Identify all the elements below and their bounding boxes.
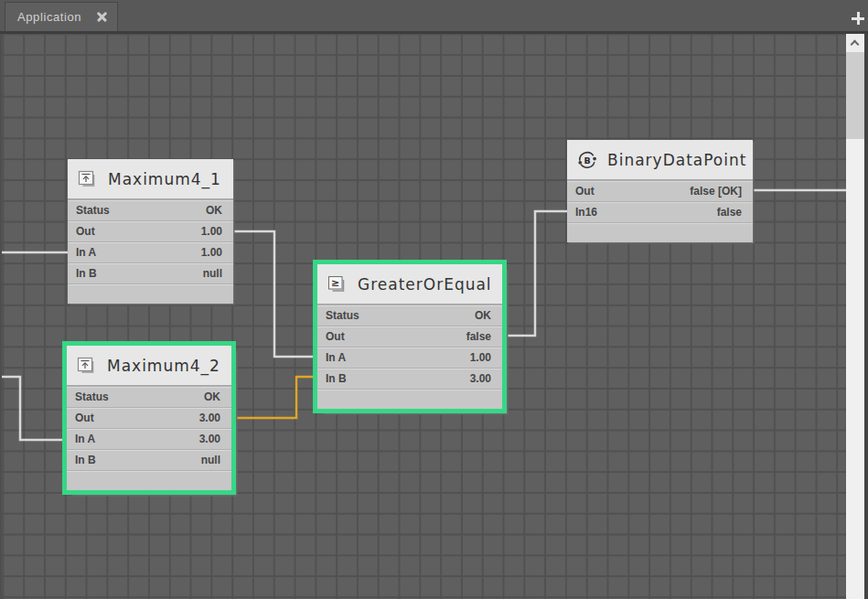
row-value: false [OK] [690, 185, 742, 198]
block-greater-or-equal-header[interactable]: ≥GreaterOrEqual [317, 264, 502, 305]
row-label: Status [76, 204, 110, 217]
block-maximum4-1-footer [68, 283, 233, 304]
block-title: Maximum4_2 [107, 357, 220, 375]
block-maximum4-1-row-in-b[interactable]: In Bnull [68, 262, 233, 283]
block-title: BinaryDataPoint [607, 151, 746, 169]
row-value: 3.00 [470, 372, 491, 385]
row-label: Status [326, 309, 359, 322]
canvas-left-edge [0, 34, 2, 599]
row-value: 1.00 [201, 246, 222, 259]
maximum-icon [78, 170, 96, 188]
scrollbar-thumb[interactable] [846, 52, 864, 139]
block-greater-or-equal-row-in-a[interactable]: In A1.00 [317, 347, 502, 368]
block-binary-data-point-header[interactable]: BBinaryDataPoint [567, 140, 753, 180]
row-value: 3.00 [199, 412, 220, 424]
svg-text:≥: ≥ [331, 277, 339, 289]
vertical-scrollbar[interactable] [846, 34, 864, 599]
block-maximum4-2-row-status[interactable]: StatusOK [67, 386, 231, 407]
scroll-up-button[interactable] [846, 34, 864, 52]
wire-sheet-canvas[interactable]: Maximum4_1StatusOKOut1.00In A1.00In Bnul… [0, 34, 846, 599]
row-value: OK [206, 204, 222, 217]
row-label: Out [575, 185, 595, 198]
block-greater-or-equal[interactable]: ≥GreaterOrEqualStatusOKOutfalseIn A1.00I… [317, 264, 502, 409]
block-binary-data-point-row-out[interactable]: Outfalse [OK] [567, 180, 753, 201]
wire-ge-out-to-bdp-in16[interactable] [507, 211, 567, 336]
greater-or-equal-icon: ≥ [327, 275, 346, 294]
row-label: Out [326, 330, 345, 343]
row-label: In16 [575, 206, 597, 219]
block-maximum4-2-row-in-b[interactable]: In Bnull [67, 449, 231, 470]
block-maximum4-1-header[interactable]: Maximum4_1 [68, 159, 233, 199]
row-value: null [203, 267, 222, 280]
tab-application-label: Application [17, 10, 81, 24]
tab-bar: Application + [0, 0, 868, 31]
wire-max2-out-to-ge-inb[interactable] [236, 377, 313, 418]
tab-application[interactable]: Application [5, 2, 118, 31]
row-value: 3.00 [199, 433, 220, 445]
block-maximum4-2-row-out[interactable]: Out3.00 [67, 407, 231, 428]
row-value: OK [475, 309, 491, 322]
block-maximum4-1-row-in-a[interactable]: In A1.00 [68, 241, 233, 262]
block-greater-or-equal-footer [317, 389, 502, 409]
block-binary-data-point-row-in16[interactable]: In16false [567, 201, 753, 222]
block-title: GreaterOrEqual [358, 275, 492, 294]
maximum-icon [77, 357, 95, 375]
block-maximum4-1-row-status[interactable]: StatusOK [68, 199, 233, 220]
block-greater-or-equal-row-status[interactable]: StatusOK [317, 305, 502, 326]
block-binary-data-point-footer [567, 222, 753, 242]
row-label: In B [75, 454, 96, 466]
tab-close-icon[interactable] [96, 11, 108, 23]
wire-left-edge-to-max2-ina[interactable] [0, 377, 63, 440]
block-greater-or-equal-row-out[interactable]: Outfalse [317, 326, 502, 347]
block-maximum4-1[interactable]: Maximum4_1StatusOKOut1.00In A1.00In Bnul… [68, 159, 233, 304]
wire-max1-out-to-ge-ina[interactable] [233, 231, 313, 357]
row-label: In B [326, 372, 347, 385]
block-maximum4-2-footer [67, 470, 231, 490]
block-greater-or-equal-row-in-b[interactable]: In B3.00 [317, 368, 502, 389]
row-label: Out [76, 225, 95, 238]
canvas-right-edge [864, 34, 868, 599]
block-binary-data-point[interactable]: BBinaryDataPointOutfalse [OK]In16false [567, 140, 753, 242]
row-label: In A [76, 246, 96, 259]
row-label: In A [326, 351, 346, 364]
row-value: false [717, 206, 742, 219]
row-label: In A [75, 433, 95, 445]
svg-text:B: B [584, 155, 590, 165]
block-maximum4-2[interactable]: Maximum4_2StatusOKOut3.00In A3.00In Bnul… [67, 346, 231, 490]
block-maximum4-2-header[interactable]: Maximum4_2 [67, 346, 231, 386]
row-label: In B [76, 267, 97, 280]
block-maximum4-1-row-out[interactable]: Out1.00 [68, 220, 233, 241]
block-maximum4-2-row-in-a[interactable]: In A3.00 [67, 428, 231, 449]
row-value: OK [204, 390, 220, 403]
binary-data-point-icon: B [577, 151, 595, 169]
row-value: false [466, 330, 491, 343]
add-tab-button[interactable]: + [852, 12, 864, 25]
block-title: Maximum4_1 [108, 170, 221, 188]
row-value: 1.00 [201, 225, 222, 238]
row-value: null [201, 454, 220, 466]
chevron-up-icon [851, 40, 860, 49]
row-label: Out [75, 412, 94, 424]
row-value: 1.00 [470, 351, 491, 364]
row-label: Status [75, 390, 109, 403]
